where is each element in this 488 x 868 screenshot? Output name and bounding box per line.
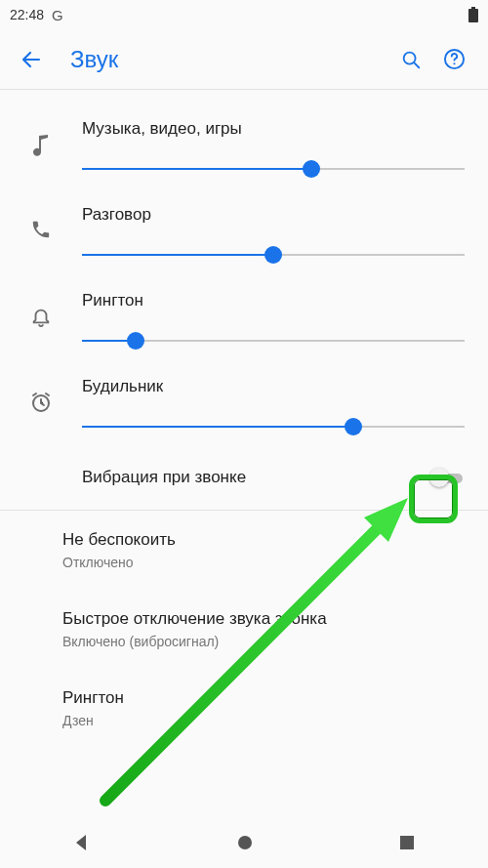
nav-back-button[interactable] (72, 833, 92, 856)
nav-home-button[interactable] (235, 833, 255, 856)
battery-icon (468, 7, 478, 22)
page-title: Звук (70, 46, 385, 73)
svg-point-5 (238, 836, 252, 849)
item-subtitle: Включено (вибросигнал) (62, 634, 465, 649)
ring-slider[interactable] (82, 328, 465, 353)
vibrate-on-ring-row[interactable]: Вибрация при звонке (0, 445, 488, 510)
status-time: 22:48 (10, 7, 44, 22)
slider-alarm: Будильник (0, 359, 488, 445)
svg-line-1 (414, 62, 419, 67)
alarm-icon (29, 391, 53, 418)
content: Музыка, видео, игры Разговор Рингтон (0, 90, 488, 748)
slider-call: Разговор (0, 187, 488, 273)
call-slider[interactable] (82, 242, 465, 268)
item-subtitle: Дзен (62, 713, 465, 728)
do-not-disturb-item[interactable]: Не беспокоить Отключено (0, 511, 488, 590)
item-title: Рингтон (62, 688, 465, 708)
music-note-icon (31, 133, 51, 160)
slider-media: Музыка, видео, игры (0, 102, 488, 187)
slider-label: Будильник (82, 377, 465, 396)
phone-icon (30, 219, 52, 244)
item-subtitle: Отключено (62, 555, 465, 570)
app-bar: Звук (0, 29, 488, 90)
slider-ring: Рингтон (0, 273, 488, 359)
item-title: Быстрое отключение звука звонка (62, 609, 465, 629)
vibrate-toggle[interactable] (429, 467, 465, 488)
help-button[interactable] (437, 43, 470, 76)
svg-rect-6 (400, 836, 414, 849)
prevent-ringing-item[interactable]: Быстрое отключение звука звонка Включено… (0, 590, 488, 669)
slider-label: Рингтон (82, 291, 465, 310)
bell-icon (30, 305, 52, 332)
nav-bar (0, 821, 488, 868)
media-slider[interactable] (82, 156, 465, 182)
slider-label: Разговор (82, 205, 465, 225)
slider-label: Музыка, видео, игры (82, 119, 465, 139)
svg-point-3 (453, 62, 455, 64)
status-bar: 22:48 G (0, 0, 488, 29)
nav-recent-button[interactable] (398, 834, 416, 855)
ringtone-item[interactable]: Рингтон Дзен (0, 669, 488, 748)
item-title: Не беспокоить (62, 530, 465, 550)
google-icon: G (52, 7, 63, 23)
search-button[interactable] (394, 43, 427, 76)
vibrate-label: Вибрация при звонке (82, 468, 429, 487)
alarm-slider[interactable] (82, 414, 465, 439)
back-button[interactable] (18, 46, 45, 73)
